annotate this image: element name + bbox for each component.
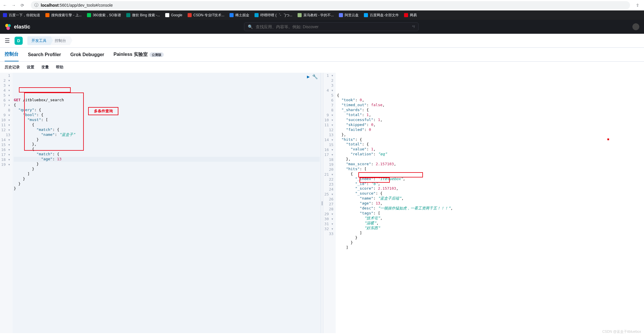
console-submenu: 历史记录 设置 变量 帮助 — [0, 62, 644, 73]
bookmark-item[interactable]: 哔哩哔哩 (゜-゜)つ... — [255, 13, 292, 18]
submenu-variables[interactable]: 变量 — [41, 65, 49, 70]
annotation-box-age — [360, 177, 390, 183]
submenu-help[interactable]: 帮助 — [56, 65, 63, 70]
run-request-icon[interactable]: ▶ — [307, 74, 310, 80]
annotation-label: 多条件查询 — [88, 107, 118, 115]
console-split: 12 ▾3 ▾4 ▾5 ▾6 ▾7 ▾89 ▾10 ▾11 ▾12 ▾1314 … — [0, 73, 644, 333]
bookmark-item[interactable]: 网易 — [404, 13, 417, 18]
bookmark-item[interactable]: 搜狗搜索引擎 - 上... — [45, 13, 82, 18]
site-info-icon[interactable]: ⓘ — [34, 3, 38, 8]
annotation-box-name — [358, 172, 423, 177]
request-editor[interactable]: ▶ 🔧 多条件查询 GET /itbluebox/_search { "quer… — [13, 73, 321, 333]
tab-search-profiler[interactable]: Search Profiler — [28, 49, 61, 61]
crumb-console[interactable]: 控制台 — [51, 36, 70, 45]
pane-divider[interactable]: ‖ — [321, 73, 323, 333]
tab-painless-lab[interactable]: Painless 实验室公测版 — [113, 48, 163, 61]
annotation-box-bool — [19, 87, 71, 93]
request-pane: 12 ▾3 ▾4 ▾5 ▾6 ▾7 ▾89 ▾10 ▾11 ▾12 ▾1314 … — [0, 73, 321, 333]
search-shortcut: ^/ — [412, 25, 415, 29]
forward-button[interactable]: → — [11, 3, 16, 8]
bookmark-item[interactable]: 微软 Bing 搜索 -... — [126, 13, 160, 18]
bookmark-item[interactable]: 稀土掘金 — [230, 13, 249, 18]
bookmark-item[interactable]: CSDN-专业IT技术... — [188, 13, 225, 18]
global-search[interactable]: 🔍 ^/ — [244, 22, 419, 31]
back-button[interactable]: ← — [2, 3, 8, 8]
bookmark-item[interactable]: Google — [165, 13, 182, 17]
annotation-dot — [607, 138, 609, 140]
response-pane: 1 ▾234 ▾56789 ▾10 ▾11 ▾121314 ▾1516 ▾17 … — [323, 73, 644, 333]
beta-badge: 公测版 — [150, 52, 164, 57]
user-avatar[interactable] — [632, 23, 639, 30]
response-gutter: 1 ▾234 ▾56789 ▾10 ▾11 ▾121314 ▾1516 ▾17 … — [323, 73, 336, 333]
crumb-devtools[interactable]: 开发工具 — [27, 36, 51, 45]
search-icon: 🔍 — [248, 24, 253, 29]
bookmark-item[interactable]: 阿里云盘 — [339, 13, 359, 18]
address-bar[interactable]: ⓘ localhost:5601/app/dev_tools#/console — [31, 1, 630, 9]
devtools-tabs: 控制台 Search Profiler Grok Debugger Painle… — [0, 48, 644, 62]
reload-button[interactable]: ⟳ — [20, 3, 25, 8]
request-gutter: 12 ▾3 ▾4 ▾5 ▾6 ▾7 ▾89 ▾10 ▾11 ▾12 ▾1314 … — [0, 73, 13, 333]
watermark: CSDN @蓝盒子itbluebox — [602, 329, 641, 333]
breadcrumb: 开发工具 控制台 — [27, 36, 70, 45]
tab-console[interactable]: 控制台 — [5, 48, 19, 61]
wrench-icon[interactable]: 🔧 — [312, 74, 318, 80]
bookmark-item[interactable]: 百度网盘-全部文件 — [364, 13, 399, 18]
browser-navbar: ← → ⟳ ⓘ localhost:5601/app/dev_tools#/co… — [0, 0, 644, 10]
es-logo-text: elastic — [14, 24, 30, 30]
global-search-input[interactable] — [256, 24, 409, 29]
response-viewer: { "took": 0, "timed_out": false, "_shard… — [336, 73, 644, 333]
url-text: localhost:5601/app/dev_tools#/console — [41, 3, 113, 8]
tab-grok-debugger[interactable]: Grok Debugger — [70, 49, 104, 61]
bookmarks-bar: 百度一下，你就知道 搜狗搜索引擎 - 上... 360搜索，SO靠谱 微软 Bi… — [0, 10, 644, 20]
svg-point-3 — [632, 23, 639, 30]
bookmark-item[interactable]: 360搜索，SO靠谱 — [87, 13, 121, 18]
es-header: elastic 🔍 ^/ — [0, 20, 644, 34]
submenu-history[interactable]: 历史记录 — [5, 65, 20, 70]
app-badge: D — [15, 37, 23, 45]
es-logo[interactable]: elastic — [5, 23, 30, 30]
submenu-settings[interactable]: 设置 — [27, 65, 34, 70]
nav-toggle[interactable]: ☰ — [5, 37, 10, 44]
annotation-box-must — [24, 93, 84, 151]
share-icon[interactable]: ⇪ — [634, 3, 642, 8]
app-bar: ☰ D 开发工具 控制台 — [0, 34, 644, 48]
svg-point-2 — [6, 26, 10, 30]
bookmark-item[interactable]: 菜鸟教程 - 学的不... — [298, 13, 334, 18]
bookmark-item[interactable]: 百度一下，你就知道 — [3, 13, 40, 18]
